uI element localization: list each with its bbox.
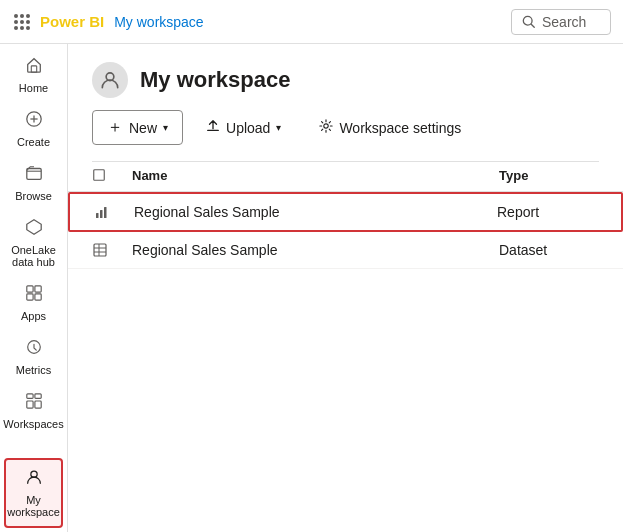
workspace-toolbar: ＋ New ▾ Upload ▾ Workspace settings — [68, 110, 623, 161]
row-type: Report — [497, 204, 597, 220]
main-layout: Home Create Browse OneLake data hub Apps — [0, 44, 623, 532]
onelake-icon — [25, 218, 43, 241]
topbar: Power BI My workspace Search — [0, 0, 623, 44]
svg-rect-14 — [26, 401, 32, 408]
new-button[interactable]: ＋ New ▾ — [92, 110, 183, 145]
sidebar-item-my-workspace[interactable]: My workspace — [4, 458, 63, 528]
svg-rect-6 — [26, 169, 40, 180]
table-row[interactable]: Regional Sales Sample Report — [68, 192, 623, 232]
upload-button[interactable]: Upload ▾ — [191, 112, 296, 143]
sidebar-item-create[interactable]: Create — [0, 102, 67, 156]
sidebar-item-home[interactable]: Home — [0, 48, 67, 102]
svg-rect-22 — [104, 207, 107, 218]
dataset-icon — [92, 242, 132, 258]
logo: Power BI — [40, 13, 104, 30]
sidebar-item-my-workspace-label: My workspace — [7, 494, 60, 518]
svg-rect-8 — [26, 286, 32, 292]
svg-rect-21 — [100, 210, 103, 218]
search-icon — [522, 15, 536, 29]
svg-rect-13 — [34, 394, 40, 399]
gear-icon — [319, 119, 333, 136]
svg-rect-9 — [34, 286, 40, 292]
svg-line-1 — [531, 24, 534, 27]
workspace-settings-label: Workspace settings — [339, 120, 461, 136]
svg-rect-23 — [94, 244, 106, 256]
metrics-icon — [25, 338, 43, 361]
svg-rect-11 — [34, 294, 40, 300]
workspace-avatar — [92, 62, 128, 98]
sidebar: Home Create Browse OneLake data hub Apps — [0, 44, 68, 532]
home-icon — [25, 56, 43, 79]
new-chevron-icon: ▾ — [163, 122, 168, 133]
svg-rect-10 — [26, 294, 32, 300]
workspace-table: Name Type Regional Sales Sample Report — [68, 162, 623, 532]
new-label: New — [129, 120, 157, 136]
report-icon — [94, 204, 134, 220]
svg-rect-2 — [31, 66, 36, 72]
col-type-header: Type — [499, 168, 599, 185]
svg-rect-20 — [96, 213, 99, 218]
sidebar-item-metrics-label: Metrics — [16, 364, 51, 376]
workspace-header: My workspace — [68, 44, 623, 110]
workspace-title: My workspace — [140, 67, 290, 93]
sidebar-item-home-label: Home — [19, 82, 48, 94]
sidebar-item-onelake[interactable]: OneLake data hub — [0, 210, 67, 276]
svg-marker-7 — [26, 220, 40, 234]
browse-icon — [25, 164, 43, 187]
table-header: Name Type — [68, 162, 623, 192]
sidebar-item-browse[interactable]: Browse — [0, 156, 67, 210]
row-type: Dataset — [499, 242, 599, 258]
sidebar-item-onelake-label: OneLake data hub — [11, 244, 56, 268]
sidebar-item-metrics[interactable]: Metrics — [0, 330, 67, 384]
table-row[interactable]: Regional Sales Sample Dataset — [68, 232, 623, 269]
sidebar-item-create-label: Create — [17, 136, 50, 148]
svg-rect-15 — [34, 401, 40, 408]
content-area: My workspace ＋ New ▾ Upload ▾ Workspace … — [68, 44, 623, 532]
sidebar-item-apps-label: Apps — [21, 310, 46, 322]
apps-icon — [25, 284, 43, 307]
upload-label: Upload — [226, 120, 270, 136]
svg-point-18 — [324, 124, 328, 128]
workspace-settings-button[interactable]: Workspace settings — [304, 112, 476, 143]
workspaces-icon — [25, 392, 43, 415]
sidebar-item-apps[interactable]: Apps — [0, 276, 67, 330]
row-name: Regional Sales Sample — [132, 242, 499, 258]
my-workspace-icon — [25, 468, 43, 491]
svg-rect-19 — [94, 170, 105, 181]
sidebar-item-browse-label: Browse — [15, 190, 52, 202]
app-launcher-icon[interactable] — [12, 12, 32, 32]
create-icon — [25, 110, 43, 133]
sidebar-item-workspaces-label: Workspaces — [3, 418, 63, 430]
row-name: Regional Sales Sample — [134, 204, 497, 220]
search-label: Search — [542, 14, 586, 30]
workspace-link[interactable]: My workspace — [114, 14, 203, 30]
upload-icon — [206, 119, 220, 136]
svg-rect-12 — [26, 394, 32, 399]
plus-icon: ＋ — [107, 117, 123, 138]
search-bar[interactable]: Search — [511, 9, 611, 35]
col-name-header: Name — [132, 168, 499, 185]
col-icon-header — [92, 168, 132, 185]
upload-chevron-icon: ▾ — [276, 122, 281, 133]
sidebar-item-workspaces[interactable]: Workspaces — [0, 384, 67, 438]
